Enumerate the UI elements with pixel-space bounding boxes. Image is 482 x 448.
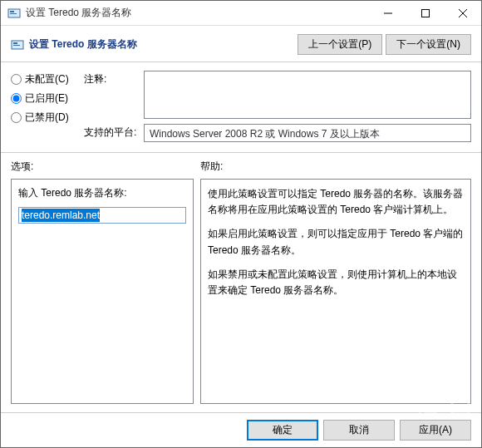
platform-value: Windows Server 2008 R2 或 Windows 7 及以上版本: [144, 124, 471, 142]
help-column-label: 帮助:: [200, 160, 471, 174]
help-pane: 使用此策略设置可以指定 Teredo 服务器的名称。该服务器名称将用在应用此策略…: [200, 179, 471, 404]
radio-unconfigured[interactable]: 未配置(C): [11, 72, 76, 86]
dialog-window: 设置 Teredo 服务器名称 设置 Teredo 服务器名称 上一个设置(P)…: [0, 0, 482, 448]
policy-icon: [7, 7, 21, 20]
close-button[interactable]: [444, 1, 481, 25]
column-headers: 选项: 帮助:: [1, 160, 481, 179]
apply-button[interactable]: 应用(A): [400, 420, 471, 441]
svg-rect-9: [13, 45, 20, 46]
svg-rect-8: [13, 42, 17, 44]
server-name-value: teredo.remlab.net: [22, 209, 100, 222]
divider: [1, 152, 481, 153]
svg-rect-1: [10, 11, 14, 12]
ok-button[interactable]: 确定: [247, 420, 318, 441]
header-title: 设置 Teredo 服务器名称: [29, 37, 298, 52]
options-pane: 输入 Teredo 服务器名称: teredo.remlab.net: [11, 179, 194, 404]
comment-label: 注释:: [84, 71, 139, 86]
comment-textarea[interactable]: [144, 71, 471, 119]
help-paragraph: 如果启用此策略设置，则可以指定应用于 Teredo 客户端的 Teredo 服务…: [208, 226, 464, 258]
minimize-button[interactable]: [369, 1, 406, 25]
divider: [1, 62, 481, 62]
radio-enabled[interactable]: 已启用(E): [11, 91, 76, 106]
svg-rect-2: [10, 13, 17, 14]
radio-disabled-label: 已禁用(D): [25, 111, 69, 125]
previous-setting-button[interactable]: 上一个设置(P): [298, 34, 382, 55]
config-section: 未配置(C) 已启用(E) 已禁用(D) 注释: 支持的平台: Windows …: [1, 71, 481, 147]
radio-unconfigured-input[interactable]: [11, 74, 22, 85]
state-radiogroup: 未配置(C) 已启用(E) 已禁用(D): [11, 71, 76, 142]
help-paragraph: 使用此策略设置可以指定 Teredo 服务器的名称。该服务器名称将用在应用此策略…: [208, 186, 464, 218]
radio-unconfigured-label: 未配置(C): [25, 72, 69, 86]
next-setting-button[interactable]: 下一个设置(N): [386, 34, 471, 55]
help-paragraph: 如果禁用或未配置此策略设置，则使用计算机上的本地设置来确定 Teredo 服务器…: [208, 267, 464, 298]
server-name-input[interactable]: teredo.remlab.net: [18, 207, 186, 224]
radio-enabled-input[interactable]: [11, 93, 22, 104]
footer: 确定 取消 应用(A): [1, 412, 481, 447]
radio-enabled-label: 已启用(E): [25, 91, 68, 106]
server-name-label: 输入 Teredo 服务器名称:: [18, 186, 186, 200]
options-column-label: 选项:: [11, 160, 200, 174]
header: 设置 Teredo 服务器名称 上一个设置(P) 下一个设置(N): [1, 26, 481, 62]
svg-rect-4: [421, 9, 429, 17]
policy-icon: [11, 38, 24, 52]
window-title: 设置 Teredo 服务器名称: [26, 6, 369, 20]
radio-disabled-input[interactable]: [11, 112, 22, 123]
platform-label: 支持的平台:: [84, 124, 139, 140]
radio-disabled[interactable]: 已禁用(D): [11, 111, 76, 125]
panes: 输入 Teredo 服务器名称: teredo.remlab.net 使用此策略…: [1, 179, 481, 404]
titlebar[interactable]: 设置 Teredo 服务器名称: [1, 1, 481, 26]
cancel-button[interactable]: 取消: [323, 420, 395, 441]
maximize-button[interactable]: [406, 1, 444, 25]
